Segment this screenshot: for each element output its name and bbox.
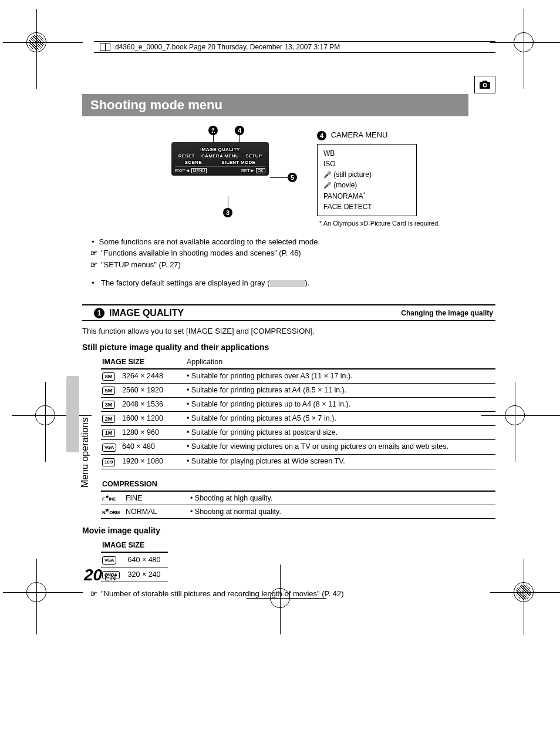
book-icon bbox=[100, 43, 110, 51]
compression-table: COMPRESSION F★INEFINEShooting at high qu… bbox=[101, 478, 495, 519]
callout-5: 5 bbox=[288, 173, 297, 182]
subsection-bar: 1 IMAGE QUALITY Changing the image quali… bbox=[82, 304, 495, 321]
mic-icon: 🎤 bbox=[323, 171, 332, 178]
table-row: 1M1280 × 960Suitable for printing pictur… bbox=[101, 425, 495, 439]
size-badge: 16:9 bbox=[102, 458, 115, 466]
size-badge: 5M bbox=[102, 387, 115, 395]
mic-icon: 🎤 bbox=[323, 182, 332, 189]
svg-point-1 bbox=[484, 84, 486, 86]
crossref: "SETUP menus" (P. 27) bbox=[82, 259, 495, 271]
callout-4-inline: 4 bbox=[317, 131, 326, 140]
col-header: Application bbox=[185, 355, 495, 369]
gray-swatch bbox=[270, 280, 305, 287]
col-header: IMAGE SIZE bbox=[101, 355, 185, 369]
camera-menu-mock: IMAGE QUALITY RESETCAMERA MENUSETUP SCEN… bbox=[171, 142, 269, 176]
menu-item: FACE DETECT bbox=[323, 201, 410, 212]
notes-block: Some functions are not available accordi… bbox=[82, 236, 495, 289]
crossref: "Number of storable still pictures and r… bbox=[82, 588, 495, 600]
table-row: F★INEFINEShooting at high quality. bbox=[101, 491, 495, 505]
menu-item: ISO bbox=[323, 159, 410, 169]
size-badge: 8M bbox=[102, 372, 115, 381]
page-number: 20 EN bbox=[84, 566, 116, 585]
print-header-text: d4360_e_0000_7.book Page 20 Thursday, De… bbox=[115, 43, 340, 51]
table-row: VGA640 × 480Suitable for viewing picture… bbox=[101, 439, 495, 454]
note-line: Some functions are not available accordi… bbox=[82, 236, 495, 248]
menu-item: 🎤 (movie) bbox=[323, 180, 410, 190]
size-badge: 2M bbox=[102, 415, 115, 423]
table-row: 16:91920 × 1080Suitable for playing pict… bbox=[101, 454, 495, 469]
subsection-title: IMAGE QUALITY bbox=[109, 308, 184, 318]
menu-item: WB bbox=[323, 148, 410, 159]
subsection-subtitle: Changing the image quality bbox=[401, 309, 495, 317]
size-badge: 3M bbox=[102, 401, 115, 409]
intro-text: This function allows you to set [IMAGE S… bbox=[82, 327, 495, 335]
table-row: N★ORMNORMALShooting at normal quality. bbox=[101, 505, 495, 518]
camera-menu-footnote: * An Olympus xD-Picture Card is required… bbox=[317, 220, 495, 227]
menu-diagram: 1 4 2 5 3 IMAGE QUALITY RESETCAMERA MENU… bbox=[141, 126, 299, 227]
comp-badge: F★INE bbox=[102, 496, 116, 502]
table-row: VGA640 × 480 bbox=[101, 552, 168, 567]
section-title: Shooting mode menu bbox=[90, 98, 222, 113]
table-caption: Movie image quality bbox=[82, 526, 495, 535]
table-row: 8M3264 × 2448Suitable for printing pictu… bbox=[101, 369, 495, 384]
table-row: 5M2560 × 1920Suitable for printing pictu… bbox=[101, 383, 495, 397]
comp-badge: N★ORM bbox=[102, 510, 120, 515]
menu-item: 🎤 (still picture) bbox=[323, 169, 410, 180]
size-badge: 1M bbox=[102, 429, 115, 437]
size-badge: VGA bbox=[102, 556, 116, 565]
size-badge: VGA bbox=[102, 444, 116, 452]
table-caption: Still picture image quality and their ap… bbox=[82, 342, 495, 352]
section-title-bar: Shooting mode menu bbox=[82, 94, 468, 116]
col-header: IMAGE SIZE bbox=[101, 539, 168, 552]
col-header: COMPRESSION bbox=[101, 478, 495, 491]
camera-menu-heading: 4 CAMERA MENU bbox=[317, 130, 495, 140]
table-row: 3M2048 × 1536Suitable for printing pictu… bbox=[101, 397, 495, 411]
subsection-number: 1 bbox=[94, 308, 104, 318]
menu-item: PANORAMA* bbox=[323, 190, 410, 201]
camera-mode-icon bbox=[474, 76, 495, 93]
camera-menu-box: WB ISO 🎤 (still picture) 🎤 (movie) PANOR… bbox=[317, 144, 417, 216]
image-size-table: IMAGE SIZE Application 8M3264 × 2448Suit… bbox=[101, 355, 495, 469]
table-row: 2M1600 × 1200Suitable for printing pictu… bbox=[101, 411, 495, 425]
crossref: "Functions available in shooting modes a… bbox=[82, 247, 495, 259]
note-line: The factory default settings are display… bbox=[82, 277, 495, 289]
print-header: d4360_e_0000_7.book Page 20 Thursday, De… bbox=[94, 41, 495, 53]
